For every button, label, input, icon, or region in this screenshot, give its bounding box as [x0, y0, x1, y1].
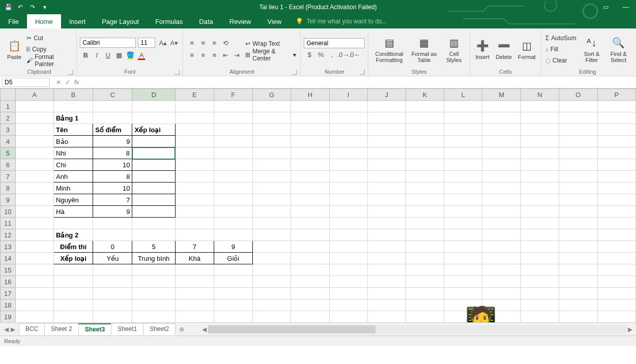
- cell-K7[interactable]: [406, 171, 444, 183]
- cell-B14[interactable]: Xếp loại: [54, 253, 93, 264]
- cell-E8[interactable]: [175, 183, 214, 194]
- select-all-corner[interactable]: [1, 89, 16, 101]
- cell-D9[interactable]: [132, 194, 175, 206]
- cell-H14[interactable]: [291, 253, 329, 264]
- cell-H11[interactable]: [291, 218, 329, 229]
- cell-G17[interactable]: [252, 288, 291, 299]
- cell-E3[interactable]: [175, 124, 214, 136]
- cell-K17[interactable]: [406, 288, 444, 299]
- cell-B2[interactable]: Bảng 1: [54, 112, 93, 124]
- grow-font-button[interactable]: A▴: [157, 38, 168, 49]
- cell-L7[interactable]: [444, 171, 482, 183]
- cell-N19[interactable]: [521, 311, 559, 323]
- cell-A17[interactable]: [15, 288, 53, 299]
- cell-L3[interactable]: [444, 124, 482, 136]
- cell-P13[interactable]: [597, 241, 635, 253]
- cancel-formula-icon[interactable]: ✕: [56, 79, 61, 86]
- cell-A1[interactable]: [15, 101, 53, 112]
- cell-D1[interactable]: [132, 101, 175, 112]
- formula-input[interactable]: [83, 77, 636, 87]
- row-header-15[interactable]: 15: [1, 264, 16, 276]
- cell-I3[interactable]: [329, 124, 367, 136]
- cell-C8[interactable]: 10: [93, 183, 132, 194]
- row-header-7[interactable]: 7: [1, 171, 16, 183]
- sheet-tab-sheet3[interactable]: Sheet3: [78, 323, 111, 335]
- cell-L19[interactable]: [444, 311, 482, 323]
- row-header-9[interactable]: 9: [1, 194, 16, 206]
- col-header-E[interactable]: E: [175, 89, 214, 101]
- cell-M5[interactable]: [482, 147, 521, 159]
- ribbon-display-icon[interactable]: ▭: [595, 0, 616, 14]
- align-bottom-button[interactable]: ≡: [209, 38, 220, 49]
- cell-K5[interactable]: [406, 147, 444, 159]
- qat-customize-icon[interactable]: ▾: [41, 3, 49, 11]
- cell-G5[interactable]: [252, 147, 291, 159]
- cell-A3[interactable]: [15, 124, 53, 136]
- cell-E15[interactable]: [175, 264, 214, 276]
- cell-G14[interactable]: [252, 253, 291, 264]
- undo-icon[interactable]: ↶: [16, 3, 24, 11]
- cell-K16[interactable]: [406, 276, 444, 288]
- cell-C6[interactable]: 10: [93, 159, 132, 171]
- cell-D10[interactable]: [132, 206, 175, 218]
- cell-L15[interactable]: [444, 264, 482, 276]
- cell-K12[interactable]: [406, 229, 444, 241]
- cell-P14[interactable]: [597, 253, 635, 264]
- sheet-tab-sheet-2[interactable]: Sheet 2: [44, 323, 78, 335]
- cell-D13[interactable]: 5: [132, 241, 175, 253]
- font-color-button[interactable]: A: [136, 50, 147, 61]
- cell-D12[interactable]: [132, 229, 175, 241]
- number-launcher[interactable]: [360, 70, 365, 75]
- cell-N5[interactable]: [521, 147, 559, 159]
- tab-review[interactable]: Review: [221, 14, 259, 28]
- sheet-prev-icon[interactable]: ◀: [4, 326, 9, 333]
- cell-G13[interactable]: [252, 241, 291, 253]
- cell-M17[interactable]: [482, 288, 521, 299]
- cell-N15[interactable]: [521, 264, 559, 276]
- cell-G6[interactable]: [252, 159, 291, 171]
- cell-A10[interactable]: [15, 206, 53, 218]
- col-header-N[interactable]: N: [521, 89, 559, 101]
- cell-G7[interactable]: [252, 171, 291, 183]
- cell-O14[interactable]: [559, 253, 597, 264]
- cell-N14[interactable]: [521, 253, 559, 264]
- cell-styles-button[interactable]: ▥Cell Styles: [441, 35, 467, 64]
- cell-A6[interactable]: [15, 159, 53, 171]
- cell-N12[interactable]: [521, 229, 559, 241]
- cell-C14[interactable]: Yếu: [93, 253, 132, 264]
- cell-C1[interactable]: [93, 101, 132, 112]
- format-cells-button[interactable]: ◫Format: [516, 38, 538, 61]
- orientation-button[interactable]: ⟲: [220, 38, 231, 49]
- cell-H10[interactable]: [291, 206, 329, 218]
- cell-A14[interactable]: [15, 253, 53, 264]
- cell-C9[interactable]: 7: [93, 194, 132, 206]
- cell-E18[interactable]: [175, 299, 214, 311]
- cell-B13[interactable]: Điểm thi: [54, 241, 93, 253]
- cell-C17[interactable]: [93, 288, 132, 299]
- cell-H4[interactable]: [291, 136, 329, 147]
- cell-L10[interactable]: [444, 206, 482, 218]
- cell-M4[interactable]: [482, 136, 521, 147]
- cell-I2[interactable]: [329, 112, 367, 124]
- cell-O12[interactable]: [559, 229, 597, 241]
- row-header-3[interactable]: 3: [1, 124, 16, 136]
- cell-K19[interactable]: [406, 311, 444, 323]
- cell-P9[interactable]: [597, 194, 635, 206]
- cell-N17[interactable]: [521, 288, 559, 299]
- font-name-combo[interactable]: [80, 38, 136, 48]
- tab-home[interactable]: Home: [27, 14, 61, 28]
- cell-I1[interactable]: [329, 101, 367, 112]
- cell-M16[interactable]: [482, 276, 521, 288]
- cell-J10[interactable]: [367, 206, 406, 218]
- bold-button[interactable]: B: [80, 50, 91, 61]
- cell-F3[interactable]: [214, 124, 252, 136]
- cell-J12[interactable]: [367, 229, 406, 241]
- cell-L9[interactable]: [444, 194, 482, 206]
- spreadsheet-grid[interactable]: ABCDEFGHIJKLMNOP12Bảng 13TênSố điểmXếp l…: [0, 88, 636, 322]
- cell-K4[interactable]: [406, 136, 444, 147]
- cell-M7[interactable]: [482, 171, 521, 183]
- cell-F4[interactable]: [214, 136, 252, 147]
- cell-J14[interactable]: [367, 253, 406, 264]
- cell-F12[interactable]: [214, 229, 252, 241]
- italic-button[interactable]: I: [91, 50, 102, 61]
